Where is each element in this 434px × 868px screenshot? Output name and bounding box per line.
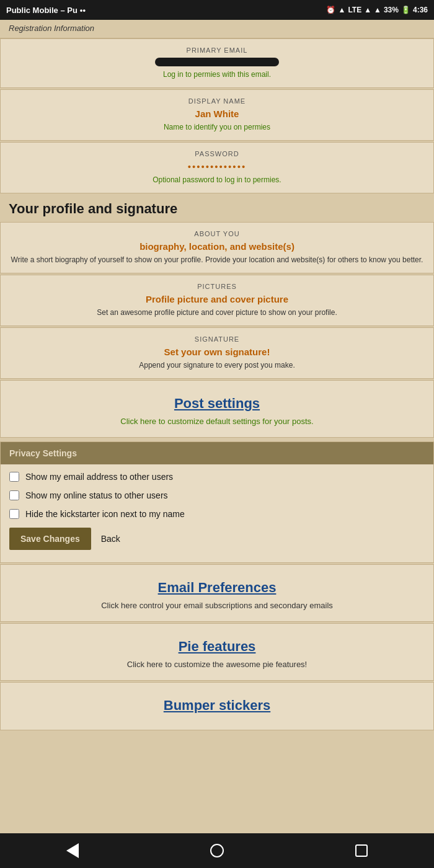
back-nav-icon [66,843,79,858]
time-label: 4:36 [413,6,428,14]
primary-email-label: PRIMARY EMAIL [9,46,425,54]
signal-icon: ▲ [364,6,371,14]
lte-label: LTE [348,6,361,14]
battery-icon: 🔋 [401,6,410,14]
status-dots: •• [80,6,86,15]
page-header: Registration Information [0,20,434,38]
display-name-label: DISPLAY NAME [9,97,425,105]
display-name-value: Jan White [9,108,425,119]
about-you-label: ABOUT YOU [9,230,425,237]
privacy-settings-section: Privacy Settings Show my email address t… [0,441,434,563]
show-online-status-label: Show my online status to other users [25,490,168,500]
password-value: ••••••••••••• [9,161,425,172]
save-changes-button[interactable]: Save Changes [9,528,91,550]
email-preferences-card[interactable]: Email Preferences Click here control you… [0,564,434,622]
email-masked-value [155,58,279,66]
status-app-name: Public Mobile – Pu •• [6,6,86,15]
privacy-actions: Save Changes Back [9,528,425,555]
pie-features-description: Click here to customize the awesome pie … [9,660,425,669]
back-link[interactable]: Back [101,534,120,544]
password-description: Optional password to log in to permies. [9,175,425,184]
signature-description: Append your signature to every post you … [9,361,425,370]
signature-label: SIGNATURE [9,335,425,343]
hide-kickstarter-checkbox[interactable] [9,509,19,519]
bumper-stickers-title[interactable]: Bumper stickers [9,698,425,714]
back-nav-button[interactable] [54,838,91,863]
password-card: PASSWORD ••••••••••••• Optional password… [0,142,434,193]
post-settings-title[interactable]: Post settings [9,396,425,412]
about-you-description: Write a short biography of yourself to s… [9,255,425,264]
privacy-option-2[interactable]: Show my online status to other users [9,490,425,500]
privacy-option-3[interactable]: Hide the kickstarter icon next to my nam… [9,509,425,519]
wifi-icon: ▲ [338,6,345,14]
post-settings-card[interactable]: Post settings Click here to customize de… [0,380,434,438]
pictures-description: Set an awesome profile picture and cover… [9,308,425,317]
privacy-settings-body: Show my email address to other users Sho… [1,464,433,562]
primary-email-card: PRIMARY EMAIL Log in to permies with thi… [0,38,434,88]
about-you-link[interactable]: biography, location, and website(s) [9,241,425,252]
status-bar: Public Mobile – Pu •• ⏰ ▲ LTE ▲ ▲ 33% 🔋 … [0,0,434,20]
password-label: PASSWORD [9,150,425,157]
pictures-label: PICTURES [9,283,425,290]
primary-email-description: Log in to permies with this email. [9,70,425,79]
privacy-settings-header: Privacy Settings [1,442,433,464]
pie-features-card[interactable]: Pie features Click here to customize the… [0,623,434,681]
about-you-card[interactable]: ABOUT YOU biography, location, and websi… [0,222,434,273]
bottom-navigation [0,833,434,868]
pie-features-title[interactable]: Pie features [9,639,425,655]
pictures-card[interactable]: PICTURES Profile picture and cover pictu… [0,275,434,326]
privacy-option-1[interactable]: Show my email address to other users [9,472,425,482]
signal-icon2: ▲ [374,6,381,14]
home-nav-icon [210,844,224,857]
email-preferences-title[interactable]: Email Preferences [9,580,425,596]
show-email-checkbox[interactable] [9,472,19,482]
show-online-status-checkbox[interactable] [9,490,19,500]
hide-kickstarter-label: Hide the kickstarter icon next to my nam… [25,509,185,519]
recents-nav-button[interactable] [343,838,380,863]
battery-label: 33% [384,6,399,14]
profile-section-header: Your profile and signature [0,195,434,222]
bumper-stickers-card[interactable]: Bumper stickers [0,682,434,730]
profile-section-title: Your profile and signature [9,201,177,216]
status-icons: ⏰ ▲ LTE ▲ ▲ 33% 🔋 4:36 [326,6,428,14]
display-name-card: DISPLAY NAME Jan White Name to identify … [0,89,434,141]
signature-link[interactable]: Set your own signature! [9,347,425,357]
signature-card[interactable]: SIGNATURE Set your own signature! Append… [0,327,434,379]
recents-nav-icon [355,844,368,857]
email-preferences-description: Click here control your email subscripti… [9,601,425,610]
pictures-link[interactable]: Profile picture and cover picture [9,294,425,304]
show-email-label: Show my email address to other users [25,472,173,482]
page-title: Registration Information [9,24,94,33]
home-nav-button[interactable] [198,838,236,863]
main-content: Registration Information PRIMARY EMAIL L… [0,20,434,833]
display-name-description: Name to identify you on permies [9,123,425,131]
post-settings-description: Click here to customize default settings… [9,417,425,426]
app-title: Public Mobile – Pu [6,6,78,15]
alarm-icon: ⏰ [326,6,335,14]
